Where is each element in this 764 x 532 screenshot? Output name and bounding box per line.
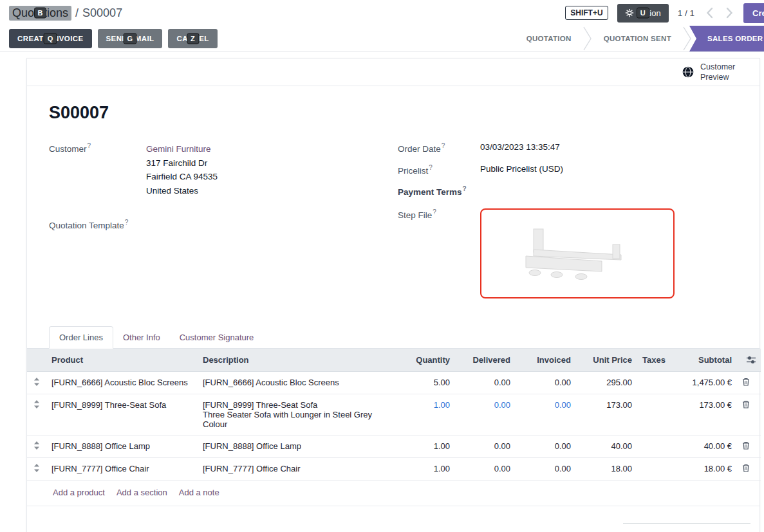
cell-description[interactable]: [FURN_6666] Acoustic Bloc Screens xyxy=(198,371,397,394)
cell-unit-price[interactable]: 40.00 xyxy=(576,435,637,457)
cell-unit-price[interactable]: 18.00 xyxy=(576,457,637,480)
cell-product[interactable]: [FURN_8999] Three-Seat Sofa xyxy=(46,394,198,435)
status-step-quotation[interactable]: QUOTATION xyxy=(515,26,583,51)
cell-quantity[interactable]: 1.00 xyxy=(397,435,455,457)
column-header-invoiced: Invoiced xyxy=(516,349,576,372)
delete-line-button[interactable] xyxy=(737,394,761,435)
tab-customer-signature[interactable]: Customer Signature xyxy=(170,327,264,348)
drag-handle[interactable] xyxy=(27,457,46,480)
cell-taxes[interactable] xyxy=(637,371,669,394)
order-line-row: [FURN_8888] Office Lamp [FURN_8888] Offi… xyxy=(27,435,761,457)
cell-product[interactable]: [FURN_6666] Acoustic Bloc Screens xyxy=(46,371,198,394)
quotation-template-label: Quotation Template? xyxy=(49,219,146,230)
total-summary: Total: 1,706.00 € xyxy=(623,523,750,532)
pricelist-value[interactable]: Public Pricelist (USD) xyxy=(480,164,563,174)
action-buttons: CREATE INVOICE Q SEND EMAIL G CANCEL Z xyxy=(9,29,218,48)
order-date-label: Order Date? xyxy=(398,142,480,154)
cell-subtotal: 40.00 € xyxy=(669,435,737,457)
add-a-section-link[interactable]: Add a section xyxy=(116,488,167,497)
order-line-row: [FURN_7777] Office Chair [FURN_7777] Off… xyxy=(27,457,761,480)
top-right-controls: SHIFT+U Action U 1 / 1 xyxy=(565,3,764,23)
cancel-button[interactable]: CANCEL Z xyxy=(168,29,217,48)
trash-icon xyxy=(742,401,750,410)
status-bar: QUOTATION QUOTATION SENT SALES ORDER xyxy=(515,26,764,51)
create-invoice-button[interactable]: CREATE INVOICE Q xyxy=(9,29,92,48)
trash-icon xyxy=(742,378,750,388)
cell-description[interactable]: [FURN_7777] Office Chair xyxy=(198,457,397,480)
globe-icon xyxy=(682,66,694,78)
cell-taxes[interactable] xyxy=(637,394,669,435)
cell-unit-price[interactable]: 295.00 xyxy=(576,371,637,394)
cell-description[interactable]: [FURN_8999] Three-Seat Sofa Three Seater… xyxy=(198,394,397,435)
cell-invoiced[interactable]: 0.00 xyxy=(516,435,576,457)
column-header-unit-price: Unit Price xyxy=(576,349,637,372)
top-bar: Quotations B / S00007 SHIFT+U Action U xyxy=(0,0,764,26)
cell-delivered[interactable]: 0.00 xyxy=(455,394,516,435)
cell-quantity[interactable]: 1.00 xyxy=(397,394,455,435)
delete-line-button[interactable] xyxy=(737,435,761,457)
hint-badge-breadcrumb: B xyxy=(34,8,47,19)
cell-quantity[interactable]: 1.00 xyxy=(397,457,455,480)
cell-product[interactable]: [FURN_7777] Office Chair xyxy=(46,457,198,480)
step-file-label: Step File? xyxy=(398,208,480,220)
help-icon: ? xyxy=(433,208,436,216)
pager-next-button[interactable] xyxy=(725,6,734,20)
breadcrumb: Quotations B / S00007 xyxy=(9,6,122,21)
column-header-quantity: Quantity xyxy=(397,349,455,372)
status-step-quotation-sent[interactable]: QUOTATION SENT xyxy=(592,26,683,51)
table-header-row: Product Description Quantity Delivered I… xyxy=(27,349,761,372)
add-a-product-link[interactable]: Add a product xyxy=(53,488,105,497)
breadcrumb-quotations-link[interactable]: Quotations B xyxy=(9,6,71,21)
step-file-image[interactable] xyxy=(480,208,675,298)
record-title: S00007 xyxy=(49,103,759,123)
customer-value: Gemini Furniture 317 Fairchild Dr Fairfi… xyxy=(146,142,218,197)
cell-invoiced[interactable]: 0.00 xyxy=(516,394,576,435)
cell-delivered[interactable]: 0.00 xyxy=(455,457,516,480)
help-icon: ? xyxy=(88,142,91,149)
order-line-row: [FURN_8999] Three-Seat Sofa [FURN_8999] … xyxy=(27,394,761,435)
customer-address-line: United States xyxy=(146,186,198,196)
cell-delivered[interactable]: 0.00 xyxy=(455,435,516,457)
cell-product[interactable]: [FURN_8888] Office Lamp xyxy=(46,435,198,457)
delete-line-button[interactable] xyxy=(737,371,761,394)
field-step-file: Step File? xyxy=(398,208,747,298)
cell-delivered[interactable]: 0.00 xyxy=(455,371,516,394)
cell-description[interactable]: [FURN_8888] Office Lamp xyxy=(198,435,397,457)
terms-and-conditions-input[interactable]: Terms and conditions... xyxy=(49,523,135,532)
help-icon: ? xyxy=(463,185,467,192)
drag-handle[interactable] xyxy=(27,435,46,457)
table-footer-links: Add a product Add a section Add a note xyxy=(27,481,759,506)
customer-preview-button[interactable]: Customer Preview xyxy=(27,59,759,86)
tab-other-info[interactable]: Other Info xyxy=(113,327,170,348)
status-separator-icon xyxy=(583,26,592,51)
optional-columns-header xyxy=(737,349,761,372)
payment-terms-label: Payment Terms? xyxy=(398,185,480,197)
notebook-tabs: Order Lines Other Info Customer Signatur… xyxy=(27,326,759,349)
create-button[interactable]: Create xyxy=(743,3,764,23)
drag-handle[interactable] xyxy=(27,371,46,394)
hint-badge-send-email: G xyxy=(123,33,136,44)
delete-line-button[interactable] xyxy=(737,457,761,480)
breadcrumb-current: S00007 xyxy=(82,6,122,20)
pricelist-label: Pricelist? xyxy=(398,164,480,176)
cell-unit-price[interactable]: 173.00 xyxy=(576,394,637,435)
cell-invoiced[interactable]: 0.00 xyxy=(516,457,576,480)
tab-order-lines[interactable]: Order Lines xyxy=(49,326,113,349)
breadcrumb-separator: / xyxy=(75,6,79,20)
cell-quantity[interactable]: 5.00 xyxy=(397,371,455,394)
help-icon: ? xyxy=(429,164,433,171)
cell-taxes[interactable] xyxy=(637,457,669,480)
optional-columns-icon[interactable] xyxy=(747,356,756,364)
pager-previous-button[interactable] xyxy=(705,6,714,20)
chevron-right-icon xyxy=(726,11,733,21)
add-a-note-link[interactable]: Add a note xyxy=(179,488,219,497)
cell-invoiced[interactable]: 0.00 xyxy=(516,371,576,394)
status-step-sales-order[interactable]: SALES ORDER xyxy=(689,26,764,51)
action-menu-button[interactable]: Action U xyxy=(617,4,669,23)
send-email-button[interactable]: SEND EMAIL G xyxy=(98,29,163,48)
customer-link[interactable]: Gemini Furniture xyxy=(146,144,211,154)
spacer xyxy=(49,203,398,219)
drag-handle[interactable] xyxy=(27,394,46,435)
cell-taxes[interactable] xyxy=(637,435,669,457)
order-date-value[interactable]: 03/03/2023 13:35:47 xyxy=(480,142,560,152)
